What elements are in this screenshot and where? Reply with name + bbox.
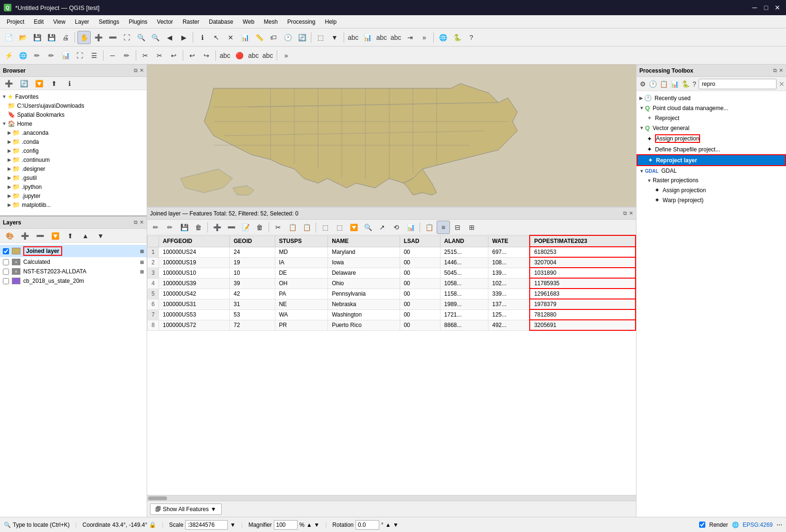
rotation-down-icon[interactable]: ▼: [393, 522, 399, 528]
define-shapefile-item[interactable]: ✦ Define Shapefile project...: [636, 144, 786, 154]
edit-pencil-button[interactable]: ✏: [149, 221, 162, 234]
toolbox-controls[interactable]: ⧉ ✕: [773, 67, 783, 74]
abc3-button[interactable]: abc: [389, 31, 402, 44]
label1-button[interactable]: abc: [218, 49, 232, 62]
more-status-icon[interactable]: ⋯: [777, 522, 782, 528]
menu-raster[interactable]: Raster: [178, 17, 204, 27]
col-lsad[interactable]: LSAD: [400, 235, 440, 247]
browser-info-button[interactable]: ℹ: [63, 77, 76, 90]
deselect-button[interactable]: ✕: [224, 31, 237, 44]
menu-processing[interactable]: Processing: [282, 17, 320, 27]
pan-button[interactable]: ✋: [77, 31, 91, 44]
magnifier-input[interactable]: [274, 520, 298, 530]
adv2-button[interactable]: ✂: [153, 49, 166, 62]
warp-item[interactable]: ✦ Warp (reproject): [636, 195, 786, 205]
layer-up-button[interactable]: ▲: [79, 229, 92, 243]
globe-button[interactable]: 🌐: [436, 31, 449, 44]
del-row-button[interactable]: 🗑: [253, 221, 266, 234]
label-tool-button[interactable]: abc: [346, 31, 360, 44]
dig2-button[interactable]: 🌐: [16, 49, 29, 62]
browser-float-button[interactable]: ⧉: [134, 67, 138, 74]
dock-button[interactable]: ⊞: [465, 221, 478, 234]
layer-check-joined[interactable]: [3, 248, 9, 254]
layer-item-joined[interactable]: Joined layer ⊞: [0, 245, 147, 257]
jupyter-item[interactable]: ▶ 📁 .jupyter: [0, 191, 147, 200]
python-button[interactable]: 🐍: [450, 31, 464, 44]
refresh-button[interactable]: 🔄: [295, 31, 309, 44]
browser-close-button[interactable]: ✕: [140, 67, 144, 74]
zoom-prev-button[interactable]: ◀: [163, 31, 176, 44]
dig4-button[interactable]: ✏: [45, 49, 58, 62]
map-area[interactable]: [147, 65, 636, 207]
layer-item-cb[interactable]: cb_2018_us_state_20m: [0, 276, 147, 286]
horizontal-scrollbar[interactable]: [147, 495, 636, 501]
copy-button[interactable]: 📋: [286, 221, 299, 234]
cut-button[interactable]: ✂: [271, 221, 285, 234]
layer-check-nst[interactable]: [3, 269, 9, 275]
menu-layer[interactable]: Layer: [70, 17, 94, 27]
dig1-button[interactable]: ⚡: [2, 49, 15, 62]
designer-item[interactable]: ▶ 📁 .designer: [0, 164, 147, 173]
table-view-button[interactable]: ≡: [437, 221, 450, 234]
abc2-button[interactable]: abc: [375, 31, 388, 44]
anaconda-item[interactable]: ▶ 📁 .anaconda: [0, 128, 147, 137]
select-all-button[interactable]: ⬚: [318, 221, 332, 234]
add-col-button[interactable]: ➕: [210, 221, 224, 234]
deselect-all-button[interactable]: ⬚: [333, 221, 346, 234]
spatial-bookmarks-item[interactable]: 🔖 Spatial Bookmarks: [0, 110, 147, 119]
assign-proj-item[interactable]: ✦ Assign projection: [636, 133, 786, 144]
layer-add-button[interactable]: ➕: [18, 229, 31, 243]
menu-project[interactable]: Project: [2, 17, 29, 27]
col-affgeoid[interactable]: AFFGEOID: [159, 235, 230, 247]
recently-used-item[interactable]: ▶ 🕐 Recently used: [636, 93, 786, 103]
adv1-button[interactable]: ✂: [139, 49, 152, 62]
col-aland[interactable]: ALAND: [440, 235, 488, 247]
form-view-button[interactable]: 📋: [422, 221, 436, 234]
config-item[interactable]: ▶ 📁 .config: [0, 146, 147, 155]
layers-float-button[interactable]: ⧉: [134, 219, 138, 225]
edit-mode-button[interactable]: ✏: [163, 221, 177, 234]
type-to-locate[interactable]: 🔍 Type to locate (Ctrl+K): [4, 522, 70, 528]
layer-style-button[interactable]: 🎨: [3, 229, 16, 243]
point-cloud-item[interactable]: ▼ Q Point cloud data manageme...: [636, 103, 786, 113]
attr-table-content[interactable]: AFFGEOID GEOID STUSPS NAME LSAD ALAND WA…: [147, 235, 636, 495]
abc4-button[interactable]: ⇥: [403, 31, 417, 44]
stats-button[interactable]: 📊: [404, 221, 417, 234]
layers-close-button[interactable]: ✕: [140, 219, 144, 225]
zoom-layer-button[interactable]: 🔍: [149, 31, 162, 44]
scrollbar-thumb[interactable]: [148, 496, 167, 500]
label-button[interactable]: 🏷: [267, 31, 280, 44]
matplotlib-item[interactable]: ▶ 📁 matplotlib...: [0, 200, 147, 209]
render-checkbox[interactable]: [699, 522, 705, 528]
help2-button[interactable]: ?: [465, 31, 478, 44]
menu-edit[interactable]: Edit: [29, 17, 48, 27]
crs-value[interactable]: EPSG:4269: [743, 522, 773, 528]
attr-table-header-controls[interactable]: ⧉ ✕: [623, 210, 633, 216]
home-item[interactable]: ▼ 🏠 Home: [0, 119, 147, 128]
toolbox-settings-button[interactable]: ⚙: [639, 77, 646, 91]
open-button[interactable]: 📂: [16, 31, 29, 44]
discard-button[interactable]: 🗑: [192, 221, 205, 234]
menu-plugins[interactable]: Plugins: [124, 17, 152, 27]
toolbox-python-button[interactable]: 🐍: [681, 77, 690, 91]
zoom-full-button[interactable]: ⛶: [120, 31, 133, 44]
browser-add-button[interactable]: ➕: [2, 77, 15, 90]
identify-button[interactable]: ℹ: [196, 31, 209, 44]
attr-float-button[interactable]: ⧉: [623, 210, 627, 216]
ipython-item[interactable]: ▶ 📁 .ipython: [0, 182, 147, 191]
print-button[interactable]: 🖨: [59, 31, 72, 44]
dig6-button[interactable]: ⛶: [73, 49, 86, 62]
col-stusps[interactable]: STUSPS: [275, 235, 328, 247]
toolbox-history-button[interactable]: 🕐: [648, 77, 657, 91]
reproject-layer-item[interactable]: ✦ Reproject layer: [636, 154, 786, 166]
toolbox-search-input[interactable]: [699, 79, 777, 89]
scale-input[interactable]: [185, 520, 228, 530]
continuum-item[interactable]: ▶ 📁 .continuum: [0, 155, 147, 164]
reproject-item[interactable]: ✦ Reproject: [636, 113, 786, 123]
rotation-up-icon[interactable]: ▲: [385, 522, 391, 528]
save-edits-button[interactable]: 💾: [178, 221, 191, 234]
menu-view[interactable]: View: [48, 17, 70, 27]
pan-to-button[interactable]: ↗: [375, 221, 389, 234]
layer-check-calculated[interactable]: [3, 259, 9, 265]
close-button[interactable]: ✕: [773, 3, 782, 12]
